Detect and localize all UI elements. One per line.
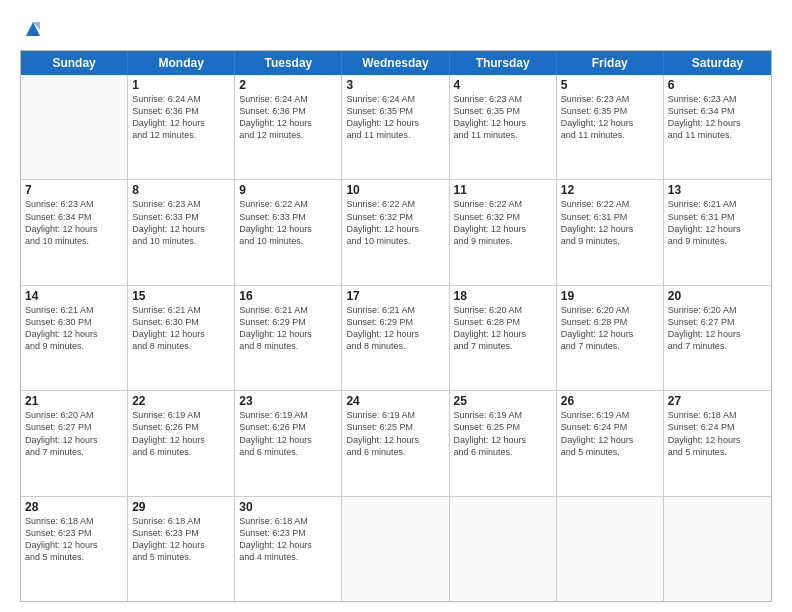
calendar-cell [450,497,557,601]
day-number: 30 [239,500,337,514]
logo-icon [22,18,44,40]
calendar-cell [342,497,449,601]
calendar-cell: 6Sunrise: 6:23 AM Sunset: 6:34 PM Daylig… [664,75,771,179]
day-info: Sunrise: 6:24 AM Sunset: 6:36 PM Dayligh… [239,93,337,142]
day-number: 10 [346,183,444,197]
day-info: Sunrise: 6:21 AM Sunset: 6:30 PM Dayligh… [25,304,123,353]
calendar-cell: 12Sunrise: 6:22 AM Sunset: 6:31 PM Dayli… [557,180,664,284]
calendar-cell: 10Sunrise: 6:22 AM Sunset: 6:32 PM Dayli… [342,180,449,284]
calendar-cell: 7Sunrise: 6:23 AM Sunset: 6:34 PM Daylig… [21,180,128,284]
calendar-cell: 5Sunrise: 6:23 AM Sunset: 6:35 PM Daylig… [557,75,664,179]
day-number: 27 [668,394,767,408]
day-info: Sunrise: 6:19 AM Sunset: 6:25 PM Dayligh… [454,409,552,458]
day-number: 18 [454,289,552,303]
calendar-cell [21,75,128,179]
day-number: 21 [25,394,123,408]
calendar-cell [557,497,664,601]
header-day-sunday: Sunday [21,51,128,75]
day-number: 5 [561,78,659,92]
day-number: 24 [346,394,444,408]
day-info: Sunrise: 6:19 AM Sunset: 6:26 PM Dayligh… [239,409,337,458]
day-number: 23 [239,394,337,408]
day-info: Sunrise: 6:24 AM Sunset: 6:35 PM Dayligh… [346,93,444,142]
logo [20,18,44,40]
day-info: Sunrise: 6:24 AM Sunset: 6:36 PM Dayligh… [132,93,230,142]
calendar-cell: 21Sunrise: 6:20 AM Sunset: 6:27 PM Dayli… [21,391,128,495]
calendar-body: 1Sunrise: 6:24 AM Sunset: 6:36 PM Daylig… [21,75,771,601]
page: SundayMondayTuesdayWednesdayThursdayFrid… [0,0,792,612]
day-info: Sunrise: 6:21 AM Sunset: 6:29 PM Dayligh… [239,304,337,353]
day-number: 17 [346,289,444,303]
calendar-cell: 14Sunrise: 6:21 AM Sunset: 6:30 PM Dayli… [21,286,128,390]
day-number: 28 [25,500,123,514]
header-day-thursday: Thursday [450,51,557,75]
header-day-monday: Monday [128,51,235,75]
day-number: 16 [239,289,337,303]
calendar-cell: 4Sunrise: 6:23 AM Sunset: 6:35 PM Daylig… [450,75,557,179]
day-info: Sunrise: 6:22 AM Sunset: 6:32 PM Dayligh… [454,198,552,247]
calendar-cell [664,497,771,601]
day-number: 1 [132,78,230,92]
day-info: Sunrise: 6:20 AM Sunset: 6:27 PM Dayligh… [668,304,767,353]
day-info: Sunrise: 6:23 AM Sunset: 6:35 PM Dayligh… [561,93,659,142]
calendar-week-0: 1Sunrise: 6:24 AM Sunset: 6:36 PM Daylig… [21,75,771,180]
day-number: 7 [25,183,123,197]
day-number: 25 [454,394,552,408]
day-number: 3 [346,78,444,92]
calendar-cell: 26Sunrise: 6:19 AM Sunset: 6:24 PM Dayli… [557,391,664,495]
day-number: 2 [239,78,337,92]
calendar-cell: 1Sunrise: 6:24 AM Sunset: 6:36 PM Daylig… [128,75,235,179]
day-info: Sunrise: 6:20 AM Sunset: 6:28 PM Dayligh… [561,304,659,353]
calendar-cell: 23Sunrise: 6:19 AM Sunset: 6:26 PM Dayli… [235,391,342,495]
day-info: Sunrise: 6:23 AM Sunset: 6:34 PM Dayligh… [668,93,767,142]
calendar-cell: 20Sunrise: 6:20 AM Sunset: 6:27 PM Dayli… [664,286,771,390]
day-number: 26 [561,394,659,408]
header-day-tuesday: Tuesday [235,51,342,75]
calendar-cell: 27Sunrise: 6:18 AM Sunset: 6:24 PM Dayli… [664,391,771,495]
day-info: Sunrise: 6:23 AM Sunset: 6:35 PM Dayligh… [454,93,552,142]
logo-text [20,18,44,40]
day-number: 12 [561,183,659,197]
calendar-week-1: 7Sunrise: 6:23 AM Sunset: 6:34 PM Daylig… [21,180,771,285]
calendar-cell: 8Sunrise: 6:23 AM Sunset: 6:33 PM Daylig… [128,180,235,284]
calendar-cell: 19Sunrise: 6:20 AM Sunset: 6:28 PM Dayli… [557,286,664,390]
day-number: 8 [132,183,230,197]
day-info: Sunrise: 6:21 AM Sunset: 6:31 PM Dayligh… [668,198,767,247]
header-day-friday: Friday [557,51,664,75]
day-info: Sunrise: 6:23 AM Sunset: 6:34 PM Dayligh… [25,198,123,247]
calendar-cell: 9Sunrise: 6:22 AM Sunset: 6:33 PM Daylig… [235,180,342,284]
calendar-header: SundayMondayTuesdayWednesdayThursdayFrid… [21,51,771,75]
day-info: Sunrise: 6:20 AM Sunset: 6:27 PM Dayligh… [25,409,123,458]
day-info: Sunrise: 6:21 AM Sunset: 6:29 PM Dayligh… [346,304,444,353]
day-number: 9 [239,183,337,197]
calendar-cell: 3Sunrise: 6:24 AM Sunset: 6:35 PM Daylig… [342,75,449,179]
day-number: 6 [668,78,767,92]
header [20,18,772,40]
calendar-cell: 11Sunrise: 6:22 AM Sunset: 6:32 PM Dayli… [450,180,557,284]
calendar-cell: 18Sunrise: 6:20 AM Sunset: 6:28 PM Dayli… [450,286,557,390]
calendar: SundayMondayTuesdayWednesdayThursdayFrid… [20,50,772,602]
day-info: Sunrise: 6:18 AM Sunset: 6:24 PM Dayligh… [668,409,767,458]
calendar-cell: 30Sunrise: 6:18 AM Sunset: 6:23 PM Dayli… [235,497,342,601]
day-info: Sunrise: 6:22 AM Sunset: 6:32 PM Dayligh… [346,198,444,247]
day-number: 29 [132,500,230,514]
calendar-cell: 16Sunrise: 6:21 AM Sunset: 6:29 PM Dayli… [235,286,342,390]
calendar-week-3: 21Sunrise: 6:20 AM Sunset: 6:27 PM Dayli… [21,391,771,496]
day-info: Sunrise: 6:19 AM Sunset: 6:24 PM Dayligh… [561,409,659,458]
day-number: 22 [132,394,230,408]
day-number: 19 [561,289,659,303]
calendar-cell: 29Sunrise: 6:18 AM Sunset: 6:23 PM Dayli… [128,497,235,601]
calendar-cell: 22Sunrise: 6:19 AM Sunset: 6:26 PM Dayli… [128,391,235,495]
day-number: 20 [668,289,767,303]
day-number: 14 [25,289,123,303]
day-number: 4 [454,78,552,92]
calendar-cell: 28Sunrise: 6:18 AM Sunset: 6:23 PM Dayli… [21,497,128,601]
day-number: 13 [668,183,767,197]
header-day-saturday: Saturday [664,51,771,75]
day-number: 11 [454,183,552,197]
calendar-cell: 25Sunrise: 6:19 AM Sunset: 6:25 PM Dayli… [450,391,557,495]
calendar-cell: 15Sunrise: 6:21 AM Sunset: 6:30 PM Dayli… [128,286,235,390]
day-info: Sunrise: 6:18 AM Sunset: 6:23 PM Dayligh… [239,515,337,564]
calendar-week-4: 28Sunrise: 6:18 AM Sunset: 6:23 PM Dayli… [21,497,771,601]
day-number: 15 [132,289,230,303]
